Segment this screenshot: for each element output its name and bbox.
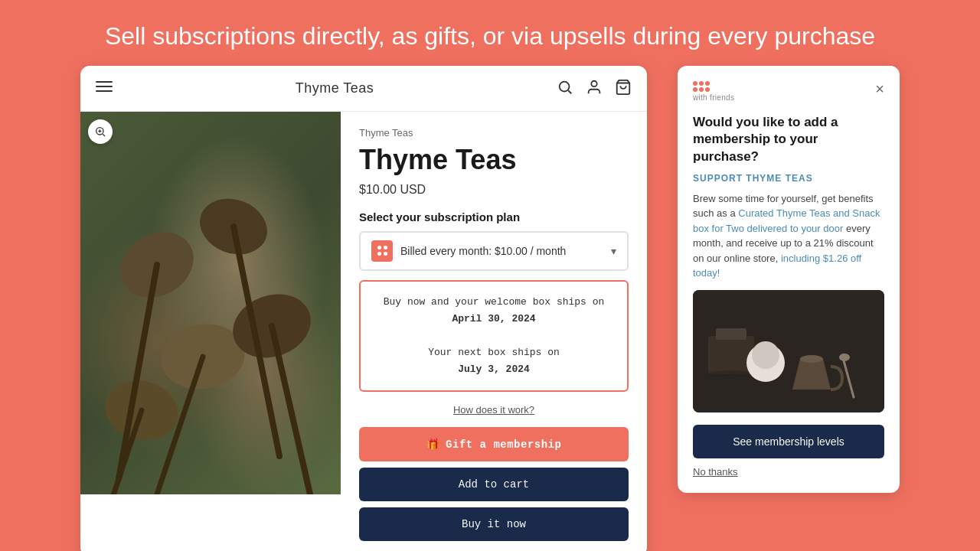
shipping-date2: July 3, 2024	[458, 364, 530, 375]
how-it-works: How does it work?	[359, 403, 629, 416]
product-price: $10.00 USD	[359, 183, 629, 197]
store-panel: Thyme Teas	[80, 66, 647, 551]
subscription-dropdown[interactable]: Billed every month: $10.00 / month ▾	[359, 231, 629, 271]
svg-line-12	[119, 265, 157, 479]
svg-line-4	[568, 90, 571, 93]
hamburger-icon[interactable]	[96, 78, 113, 99]
dots-grid	[374, 242, 391, 259]
gift-btn-label: Gift a membership	[446, 439, 561, 451]
dropdown-text: Billed every month: $10.00 / month	[400, 245, 611, 257]
account-icon[interactable]	[586, 79, 603, 99]
panels-container: Thyme Teas	[0, 66, 980, 551]
cart-icon[interactable]	[615, 79, 632, 99]
upsell-title: Would you like to add a membership to yo…	[693, 114, 884, 165]
logo-text: with friends	[693, 93, 734, 102]
upsell-logo: with friends	[693, 81, 734, 102]
close-button[interactable]: ×	[875, 81, 884, 96]
svg-point-25	[800, 355, 823, 363]
svg-point-29	[752, 341, 779, 369]
svg-rect-2	[96, 90, 113, 92]
svg-point-27	[839, 354, 850, 361]
how-it-works-link[interactable]: How does it work?	[453, 404, 534, 416]
store-title: Thyme Teas	[296, 80, 374, 96]
svg-point-3	[560, 82, 570, 92]
header-icons	[557, 79, 632, 99]
store-header: Thyme Teas	[80, 66, 647, 112]
buy-now-button[interactable]: Buy it now	[359, 507, 629, 541]
see-membership-button[interactable]: See membership levels	[693, 425, 884, 458]
svg-point-5	[591, 81, 596, 86]
svg-rect-22	[708, 336, 754, 374]
svg-line-16	[272, 326, 310, 494]
svg-line-18	[103, 134, 105, 136]
gift-icon: 🎁	[426, 438, 440, 451]
svg-point-24	[708, 370, 754, 378]
upsell-header: with friends ×	[693, 81, 884, 102]
upsell-panel: with friends × Would you like to add a m…	[678, 66, 900, 492]
subscription-icon	[371, 240, 393, 262]
svg-rect-23	[716, 328, 746, 340]
shipping-line1: Buy now and your welcome box ships on	[384, 296, 605, 308]
shipping-line2: Your next box ships on	[428, 347, 560, 358]
logo-dots-grid	[693, 81, 710, 92]
product-title: Thyme Teas	[359, 145, 629, 175]
store-body: Thyme Teas Thyme Teas $10.00 USD Select …	[80, 112, 647, 551]
gift-membership-button[interactable]: 🎁 Gift a membership	[359, 427, 629, 461]
page-headline: Sell subscriptions directly, as gifts, o…	[59, 0, 921, 66]
search-icon[interactable]	[557, 79, 573, 99]
shipping-date1: April 30, 2024	[452, 313, 535, 324]
no-thanks-button[interactable]: No thanks	[693, 466, 738, 478]
svg-rect-1	[96, 86, 113, 87]
product-image	[80, 112, 341, 494]
add-to-cart-button[interactable]: Add to cart	[359, 468, 629, 501]
upsell-subtitle: SUPPORT THYME TEAS	[693, 173, 884, 184]
upsell-description: Brew some time for yourself, get benefit…	[693, 191, 884, 281]
shipping-info-box: Buy now and your welcome box ships on Ap…	[359, 280, 629, 392]
subscription-label: Select your subscription plan	[359, 210, 629, 223]
svg-rect-0	[96, 81, 113, 83]
product-breadcrumb: Thyme Teas	[359, 127, 629, 139]
chevron-down-icon: ▾	[611, 245, 616, 257]
product-details: Thyme Teas Thyme Teas $10.00 USD Select …	[341, 112, 647, 551]
upsell-product-image	[693, 290, 884, 412]
product-image-container	[80, 112, 341, 494]
